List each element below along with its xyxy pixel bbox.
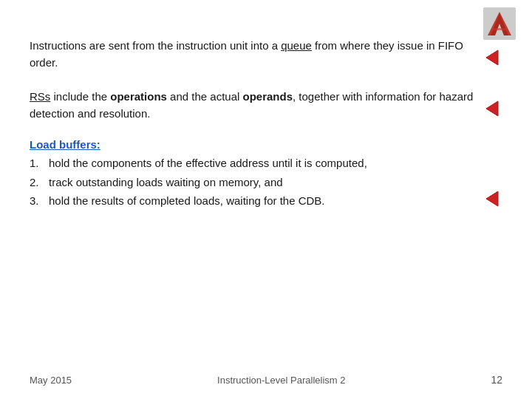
- svg-marker-6: [486, 191, 498, 206]
- back-arrow-2[interactable]: [482, 98, 502, 123]
- para2-operands: operands: [243, 90, 293, 103]
- load-buffers-list: 1. hold the components of the effective …: [30, 155, 474, 210]
- paragraph-2: RSs include the operations and the actua…: [30, 88, 502, 123]
- footer-title: Instruction-Level Parallelism 2: [217, 375, 345, 386]
- list-text-2: track outstanding loads waiting on memor…: [49, 174, 474, 191]
- para1-text-before: Instructions are sent from the instructi…: [30, 39, 281, 52]
- para2-text1: include the: [50, 90, 110, 103]
- list-num-3: 3.: [30, 193, 49, 210]
- load-buffers-title: Load buffers:: [30, 138, 474, 151]
- list-num-1: 1.: [30, 155, 49, 172]
- svg-rect-3: [492, 28, 507, 30]
- load-buffers-section: Load buffers: 1. hold the components of …: [30, 138, 502, 210]
- svg-marker-5: [486, 101, 498, 116]
- footer-page-number: 12: [491, 374, 502, 386]
- university-logo-icon: [483, 7, 516, 40]
- list-num-2: 2.: [30, 174, 49, 191]
- footer-date: May 2015: [30, 375, 72, 386]
- back-arrow-3[interactable]: [482, 188, 502, 211]
- list-text-1: hold the components of the effective add…: [49, 155, 474, 172]
- para2-text2: and the actual: [167, 90, 243, 103]
- list-item: 1. hold the components of the effective …: [30, 155, 474, 172]
- para1-queue-text: queue: [281, 39, 312, 52]
- footer: May 2015 Instruction-Level Parallelism 2…: [0, 374, 532, 386]
- para2-operations: operations: [110, 90, 167, 103]
- list-item: 2. track outstanding loads waiting on me…: [30, 174, 474, 191]
- back-arrow-1[interactable]: [482, 47, 502, 72]
- main-content: Instructions are sent from the instructi…: [30, 37, 502, 210]
- svg-marker-4: [486, 50, 498, 65]
- paragraph-1: Instructions are sent from the instructi…: [30, 37, 502, 72]
- slide-container: Instructions are sent from the instructi…: [0, 0, 532, 399]
- list-item: 3. hold the results of completed loads, …: [30, 193, 474, 210]
- para2-rss: RSs: [30, 90, 50, 103]
- list-text-3: hold the results of completed loads, wai…: [49, 193, 474, 210]
